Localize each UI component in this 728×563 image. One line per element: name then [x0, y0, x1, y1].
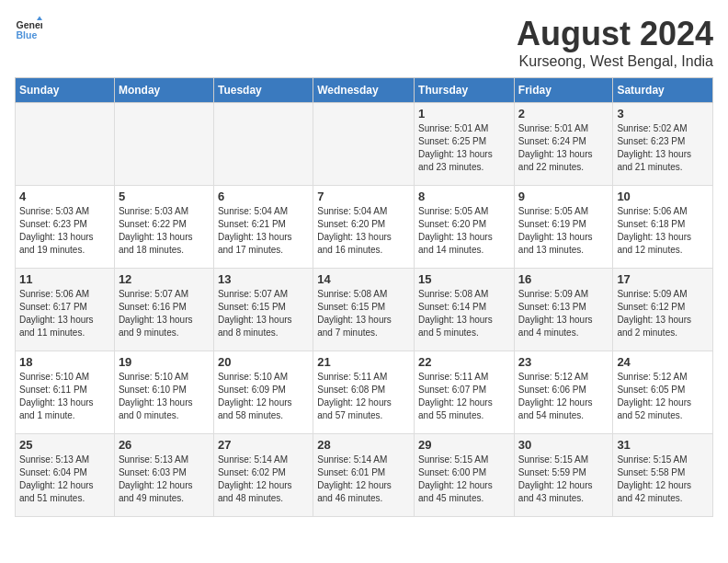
day-number: 13 — [218, 272, 309, 286]
day-info: Sunrise: 5:07 AM Sunset: 6:15 PM Dayligh… — [218, 288, 309, 339]
calendar-cell: 3Sunrise: 5:02 AM Sunset: 6:23 PM Daylig… — [613, 103, 713, 186]
day-info: Sunrise: 5:01 AM Sunset: 6:24 PM Dayligh… — [518, 122, 609, 174]
day-number: 18 — [19, 355, 110, 369]
day-info: Sunrise: 5:11 AM Sunset: 6:07 PM Dayligh… — [418, 371, 510, 422]
calendar-cell: 7Sunrise: 5:04 AM Sunset: 6:20 PM Daylig… — [313, 186, 415, 269]
day-info: Sunrise: 5:01 AM Sunset: 6:25 PM Dayligh… — [418, 122, 510, 174]
calendar-cell: 16Sunrise: 5:09 AM Sunset: 6:13 PM Dayli… — [514, 269, 613, 351]
day-info: Sunrise: 5:04 AM Sunset: 6:20 PM Dayligh… — [317, 205, 410, 257]
day-info: Sunrise: 5:14 AM Sunset: 6:02 PM Dayligh… — [218, 454, 309, 505]
day-info: Sunrise: 5:15 AM Sunset: 5:58 PM Dayligh… — [617, 454, 709, 505]
day-number: 6 — [218, 190, 309, 203]
day-number: 15 — [418, 272, 510, 286]
calendar-cell: 27Sunrise: 5:14 AM Sunset: 6:02 PM Dayli… — [213, 434, 313, 517]
day-info: Sunrise: 5:02 AM Sunset: 6:23 PM Dayligh… — [617, 122, 709, 174]
calendar-cell: 24Sunrise: 5:12 AM Sunset: 6:05 PM Dayli… — [613, 351, 713, 434]
main-title: August 2024 — [517, 15, 713, 53]
calendar-cell: 30Sunrise: 5:15 AM Sunset: 5:59 PM Dayli… — [514, 434, 613, 517]
day-info: Sunrise: 5:15 AM Sunset: 6:00 PM Dayligh… — [418, 454, 510, 505]
day-number: 31 — [617, 438, 709, 452]
day-number: 22 — [418, 355, 510, 369]
day-info: Sunrise: 5:05 AM Sunset: 6:19 PM Dayligh… — [518, 205, 609, 257]
calendar-cell: 19Sunrise: 5:10 AM Sunset: 6:10 PM Dayli… — [114, 351, 213, 434]
day-info: Sunrise: 5:14 AM Sunset: 6:01 PM Dayligh… — [317, 454, 410, 505]
calendar-cell: 6Sunrise: 5:04 AM Sunset: 6:21 PM Daylig… — [213, 186, 313, 269]
day-number: 17 — [617, 272, 709, 286]
calendar-cell — [213, 103, 313, 186]
day-of-week-header: Sunday — [16, 78, 115, 103]
logo: General Blue — [15, 15, 42, 42]
day-number: 24 — [617, 355, 709, 369]
day-number: 21 — [317, 355, 410, 369]
calendar-cell: 17Sunrise: 5:09 AM Sunset: 6:12 PM Dayli… — [613, 269, 713, 351]
title-area: August 2024 Kurseong, West Bengal, India — [517, 15, 713, 70]
day-number: 26 — [119, 438, 210, 452]
calendar-cell: 14Sunrise: 5:08 AM Sunset: 6:15 PM Dayli… — [313, 269, 415, 351]
calendar-cell: 11Sunrise: 5:06 AM Sunset: 6:17 PM Dayli… — [16, 269, 115, 351]
day-info: Sunrise: 5:11 AM Sunset: 6:08 PM Dayligh… — [317, 371, 410, 422]
day-number: 25 — [19, 438, 110, 452]
day-info: Sunrise: 5:10 AM Sunset: 6:09 PM Dayligh… — [218, 371, 309, 422]
day-info: Sunrise: 5:04 AM Sunset: 6:21 PM Dayligh… — [218, 205, 309, 257]
day-info: Sunrise: 5:09 AM Sunset: 6:13 PM Dayligh… — [518, 288, 609, 339]
calendar-cell: 25Sunrise: 5:13 AM Sunset: 6:04 PM Dayli… — [16, 434, 115, 517]
calendar-week-row: 18Sunrise: 5:10 AM Sunset: 6:11 PM Dayli… — [16, 351, 713, 434]
calendar-week-row: 11Sunrise: 5:06 AM Sunset: 6:17 PM Dayli… — [16, 269, 713, 351]
calendar-cell — [313, 103, 415, 186]
day-number: 3 — [617, 107, 709, 121]
day-number: 4 — [19, 190, 110, 203]
day-of-week-header: Friday — [514, 78, 613, 103]
calendar-cell: 20Sunrise: 5:10 AM Sunset: 6:09 PM Dayli… — [213, 351, 313, 434]
calendar-cell: 13Sunrise: 5:07 AM Sunset: 6:15 PM Dayli… — [213, 269, 313, 351]
calendar-cell: 5Sunrise: 5:03 AM Sunset: 6:22 PM Daylig… — [114, 186, 213, 269]
calendar-body: 1Sunrise: 5:01 AM Sunset: 6:25 PM Daylig… — [16, 103, 713, 517]
day-number: 14 — [317, 272, 410, 286]
day-info: Sunrise: 5:12 AM Sunset: 6:05 PM Dayligh… — [617, 371, 709, 422]
calendar-cell: 28Sunrise: 5:14 AM Sunset: 6:01 PM Dayli… — [313, 434, 415, 517]
day-info: Sunrise: 5:08 AM Sunset: 6:14 PM Dayligh… — [418, 288, 510, 339]
day-of-week-header: Saturday — [613, 78, 713, 103]
day-of-week-header: Wednesday — [313, 78, 415, 103]
calendar-header: SundayMondayTuesdayWednesdayThursdayFrid… — [16, 78, 713, 103]
calendar-cell: 18Sunrise: 5:10 AM Sunset: 6:11 PM Dayli… — [16, 351, 115, 434]
day-number: 29 — [418, 438, 510, 452]
calendar-cell: 12Sunrise: 5:07 AM Sunset: 6:16 PM Dayli… — [114, 269, 213, 351]
calendar-cell: 4Sunrise: 5:03 AM Sunset: 6:23 PM Daylig… — [16, 186, 115, 269]
calendar-cell: 8Sunrise: 5:05 AM Sunset: 6:20 PM Daylig… — [415, 186, 515, 269]
day-info: Sunrise: 5:08 AM Sunset: 6:15 PM Dayligh… — [317, 288, 410, 339]
day-number: 7 — [317, 190, 410, 203]
calendar-cell: 1Sunrise: 5:01 AM Sunset: 6:25 PM Daylig… — [415, 103, 515, 186]
day-info: Sunrise: 5:10 AM Sunset: 6:10 PM Dayligh… — [119, 371, 210, 422]
calendar-cell: 31Sunrise: 5:15 AM Sunset: 5:58 PM Dayli… — [613, 434, 713, 517]
calendar-table: SundayMondayTuesdayWednesdayThursdayFrid… — [15, 77, 713, 517]
day-info: Sunrise: 5:07 AM Sunset: 6:16 PM Dayligh… — [119, 288, 210, 339]
day-number: 11 — [19, 272, 110, 286]
calendar-cell: 26Sunrise: 5:13 AM Sunset: 6:03 PM Dayli… — [114, 434, 213, 517]
header-area: General Blue August 2024 Kurseong, West … — [15, 15, 713, 70]
day-number: 23 — [518, 355, 609, 369]
day-number: 12 — [119, 272, 210, 286]
day-number: 16 — [518, 272, 609, 286]
calendar-cell: 21Sunrise: 5:11 AM Sunset: 6:08 PM Dayli… — [313, 351, 415, 434]
day-info: Sunrise: 5:09 AM Sunset: 6:12 PM Dayligh… — [617, 288, 709, 339]
calendar-week-row: 25Sunrise: 5:13 AM Sunset: 6:04 PM Dayli… — [16, 434, 713, 517]
day-number: 30 — [518, 438, 609, 452]
day-number: 20 — [218, 355, 309, 369]
day-number: 27 — [218, 438, 309, 452]
calendar-cell: 9Sunrise: 5:05 AM Sunset: 6:19 PM Daylig… — [514, 186, 613, 269]
day-info: Sunrise: 5:05 AM Sunset: 6:20 PM Dayligh… — [418, 205, 510, 257]
calendar-cell: 29Sunrise: 5:15 AM Sunset: 6:00 PM Dayli… — [415, 434, 515, 517]
day-number: 9 — [518, 190, 609, 203]
day-info: Sunrise: 5:13 AM Sunset: 6:04 PM Dayligh… — [19, 454, 110, 505]
calendar-week-row: 4Sunrise: 5:03 AM Sunset: 6:23 PM Daylig… — [16, 186, 713, 269]
day-info: Sunrise: 5:15 AM Sunset: 5:59 PM Dayligh… — [518, 454, 609, 505]
logo-icon: General Blue — [15, 15, 42, 42]
calendar-cell: 23Sunrise: 5:12 AM Sunset: 6:06 PM Dayli… — [514, 351, 613, 434]
day-number: 28 — [317, 438, 410, 452]
day-info: Sunrise: 5:06 AM Sunset: 6:17 PM Dayligh… — [19, 288, 110, 339]
day-number: 2 — [518, 107, 609, 121]
calendar-cell — [114, 103, 213, 186]
day-number: 1 — [418, 107, 510, 121]
calendar-cell: 2Sunrise: 5:01 AM Sunset: 6:24 PM Daylig… — [514, 103, 613, 186]
day-info: Sunrise: 5:12 AM Sunset: 6:06 PM Dayligh… — [518, 371, 609, 422]
